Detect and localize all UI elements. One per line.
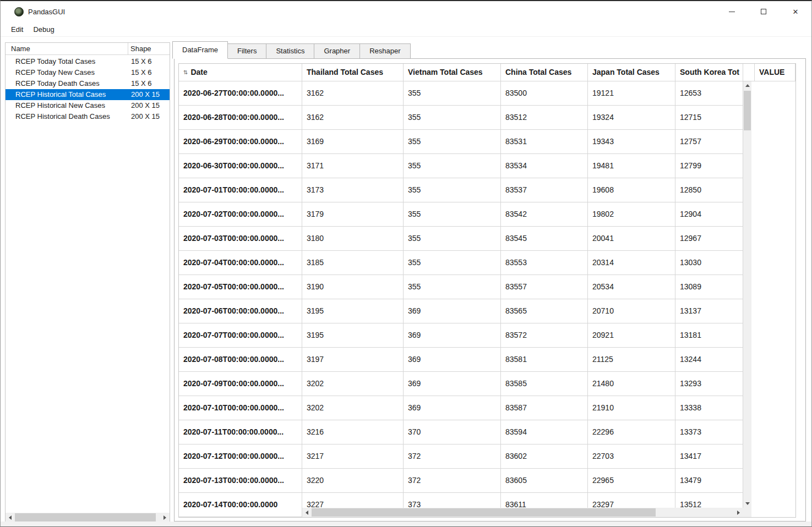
data-cell[interactable]: 3180 bbox=[302, 227, 404, 250]
tab-statistics[interactable]: Statistics bbox=[266, 43, 314, 59]
data-cell[interactable]: 13089 bbox=[675, 275, 743, 299]
scroll-down-button[interactable] bbox=[743, 499, 751, 508]
data-cell[interactable]: 83585 bbox=[501, 372, 588, 396]
data-cell[interactable]: 3162 bbox=[302, 81, 404, 105]
data-cell[interactable]: 12799 bbox=[675, 154, 743, 178]
date-cell[interactable]: 2020-07-14T00:00:00.0000 bbox=[179, 493, 302, 517]
column-header-china-total-cases[interactable]: China Total Cases bbox=[501, 64, 588, 81]
data-cell[interactable]: 22703 bbox=[588, 444, 675, 468]
list-column-header-name[interactable]: Name bbox=[6, 43, 128, 54]
data-cell[interactable]: 20041 bbox=[588, 227, 675, 250]
vertical-scrollbar[interactable] bbox=[743, 81, 751, 508]
date-cell[interactable]: 2020-06-29T00:00:00.0000... bbox=[179, 130, 302, 153]
data-cell[interactable]: 83500 bbox=[501, 81, 588, 105]
dataframe-list-item-rcep-today-death-cases[interactable]: RCEP Today Death Cases15 X 6 bbox=[6, 78, 170, 89]
data-cell[interactable]: 12850 bbox=[675, 178, 743, 202]
data-cell[interactable]: 3220 bbox=[302, 469, 404, 492]
scrollbar-thumb[interactable] bbox=[744, 91, 751, 130]
data-cell[interactable]: 13373 bbox=[675, 420, 743, 444]
date-cell[interactable]: 2020-07-12T00:00:00.0000... bbox=[179, 444, 302, 468]
data-cell[interactable]: 355 bbox=[404, 154, 501, 178]
date-cell[interactable]: 2020-07-02T00:00:00.0000... bbox=[179, 202, 302, 226]
data-cell[interactable]: 13479 bbox=[675, 469, 743, 492]
data-cell[interactable]: 13137 bbox=[675, 299, 743, 323]
data-cell[interactable]: 13293 bbox=[675, 372, 743, 396]
data-cell[interactable]: 22296 bbox=[588, 420, 675, 444]
data-cell[interactable]: 20710 bbox=[588, 299, 675, 323]
data-cell[interactable]: 83594 bbox=[501, 420, 588, 444]
data-cell[interactable]: 369 bbox=[404, 372, 501, 396]
data-cell[interactable]: 83512 bbox=[501, 106, 588, 129]
data-cell[interactable]: 369 bbox=[404, 348, 501, 371]
data-cell[interactable]: 355 bbox=[404, 251, 501, 275]
data-cell[interactable]: 13417 bbox=[675, 444, 743, 468]
maximize-button[interactable] bbox=[748, 1, 780, 22]
data-cell[interactable]: 3190 bbox=[302, 275, 404, 299]
data-cell[interactable]: 369 bbox=[404, 396, 501, 420]
dataframe-list-item-rcep-historical-death-cases[interactable]: RCEP Historical Death Cases200 X 15 bbox=[6, 111, 170, 122]
data-cell[interactable]: 12967 bbox=[675, 227, 743, 250]
dataframe-list-item-rcep-historical-total-cases[interactable]: RCEP Historical Total Cases200 X 15 bbox=[6, 89, 170, 100]
data-cell[interactable]: 83572 bbox=[501, 323, 588, 347]
date-cell[interactable]: 2020-07-04T00:00:00.0000... bbox=[179, 251, 302, 275]
data-cell[interactable]: 22965 bbox=[588, 469, 675, 492]
data-cell[interactable]: 3171 bbox=[302, 154, 404, 178]
date-cell[interactable]: 2020-07-06T00:00:00.0000... bbox=[179, 299, 302, 323]
data-cell[interactable]: 19802 bbox=[588, 202, 675, 226]
splitter-handle[interactable] bbox=[170, 42, 174, 523]
column-header-south-korea-tot[interactable]: South Korea Tot bbox=[675, 64, 743, 81]
data-cell[interactable]: 355 bbox=[404, 130, 501, 153]
date-cell[interactable]: 2020-06-28T00:00:00.0000... bbox=[179, 106, 302, 129]
data-cell[interactable]: 21480 bbox=[588, 372, 675, 396]
tab-dataframe[interactable]: DataFrame bbox=[172, 41, 228, 59]
date-cell[interactable]: 2020-06-27T00:00:00.0000... bbox=[179, 81, 302, 105]
data-cell[interactable]: 12715 bbox=[675, 106, 743, 129]
data-cell[interactable]: 83553 bbox=[501, 251, 588, 275]
data-cell[interactable]: 19324 bbox=[588, 106, 675, 129]
scroll-left-button[interactable] bbox=[302, 508, 312, 517]
data-cell[interactable]: 3185 bbox=[302, 251, 404, 275]
data-cell[interactable]: 3197 bbox=[302, 348, 404, 371]
data-cell[interactable]: 20314 bbox=[588, 251, 675, 275]
scroll-up-button[interactable] bbox=[743, 81, 751, 90]
scrollbar-track[interactable] bbox=[312, 508, 734, 517]
data-cell[interactable]: 3195 bbox=[302, 323, 404, 347]
scroll-right-button[interactable] bbox=[160, 513, 170, 522]
data-cell[interactable]: 83587 bbox=[501, 396, 588, 420]
dataframe-list-item-rcep-today-new-cases[interactable]: RCEP Today New Cases15 X 6 bbox=[6, 67, 170, 78]
tab-reshaper[interactable]: Reshaper bbox=[359, 43, 410, 59]
data-cell[interactable]: 83531 bbox=[501, 130, 588, 153]
data-cell[interactable]: 83542 bbox=[501, 202, 588, 226]
data-cell[interactable]: 3173 bbox=[302, 178, 404, 202]
column-header-value[interactable]: VALUE bbox=[754, 64, 795, 81]
close-button[interactable]: ✕ bbox=[780, 1, 811, 22]
date-cell[interactable]: 2020-07-03T00:00:00.0000... bbox=[179, 227, 302, 250]
data-cell[interactable]: 3162 bbox=[302, 106, 404, 129]
data-cell[interactable]: 21125 bbox=[588, 348, 675, 371]
date-cell[interactable]: 2020-07-09T00:00:00.0000... bbox=[179, 372, 302, 396]
data-cell[interactable]: 369 bbox=[404, 323, 501, 347]
data-cell[interactable]: 3216 bbox=[302, 420, 404, 444]
data-cell[interactable]: 13244 bbox=[675, 348, 743, 371]
date-cell[interactable]: 2020-06-30T00:00:00.0000... bbox=[179, 154, 302, 178]
data-cell[interactable]: 83537 bbox=[501, 178, 588, 202]
data-cell[interactable]: 355 bbox=[404, 227, 501, 250]
data-cell[interactable]: 83545 bbox=[501, 227, 588, 250]
data-cell[interactable]: 3169 bbox=[302, 130, 404, 153]
data-cell[interactable]: 83565 bbox=[501, 299, 588, 323]
tab-filters[interactable]: Filters bbox=[227, 43, 266, 59]
data-cell[interactable]: 21910 bbox=[588, 396, 675, 420]
data-cell[interactable]: 83557 bbox=[501, 275, 588, 299]
column-header-thailand-total-cases[interactable]: Thailand Total Cases bbox=[302, 64, 404, 81]
data-cell[interactable]: 369 bbox=[404, 299, 501, 323]
dataframe-list-item-rcep-today-total-cases[interactable]: RCEP Today Total Cases15 X 6 bbox=[6, 56, 170, 67]
data-cell[interactable]: 19343 bbox=[588, 130, 675, 153]
data-cell[interactable]: 372 bbox=[404, 469, 501, 492]
column-header-vietnam-total-cases[interactable]: Vietnam Total Cases bbox=[404, 64, 501, 81]
data-cell[interactable]: 19481 bbox=[588, 154, 675, 178]
data-cell[interactable]: 20534 bbox=[588, 275, 675, 299]
minimize-button[interactable] bbox=[716, 1, 748, 22]
dataframe-list-item-rcep-historical-new-cases[interactable]: RCEP Historical New Cases200 X 15 bbox=[6, 100, 170, 111]
data-cell[interactable]: 355 bbox=[404, 106, 501, 129]
date-cell[interactable]: 2020-07-01T00:00:00.0000... bbox=[179, 178, 302, 202]
